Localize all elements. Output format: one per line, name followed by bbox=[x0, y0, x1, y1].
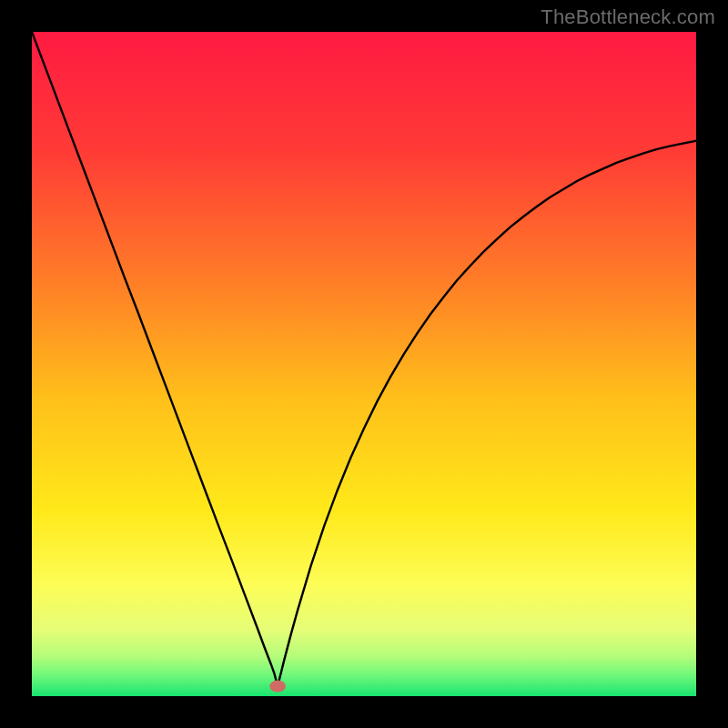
chart-background bbox=[32, 32, 696, 696]
chart-container: TheBottleneck.com bbox=[0, 0, 728, 728]
chart-svg bbox=[32, 32, 696, 696]
watermark-text: TheBottleneck.com bbox=[541, 5, 715, 29]
minimum-marker bbox=[269, 680, 286, 692]
plot-area bbox=[32, 32, 696, 696]
